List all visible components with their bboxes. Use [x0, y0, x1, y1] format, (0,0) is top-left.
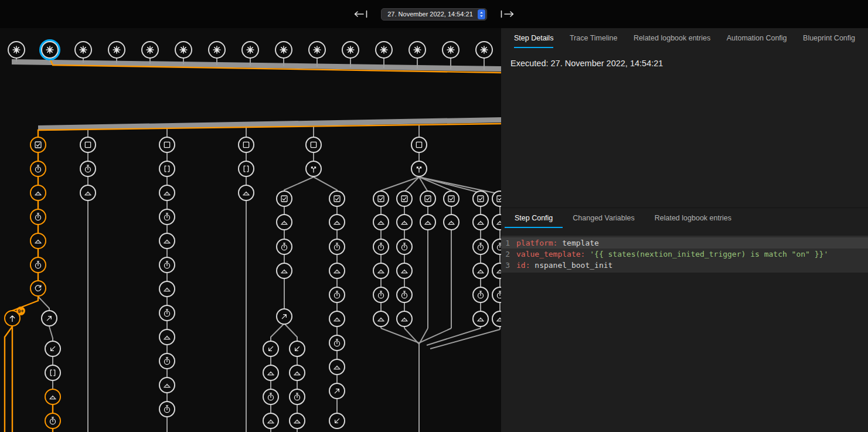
graph-node-service[interactable] [492, 311, 501, 327]
graph-node-cond[interactable] [329, 191, 345, 207]
graph-node-timer[interactable] [492, 287, 501, 303]
graph-node-service[interactable] [329, 263, 345, 279]
graph-node-service[interactable] [159, 377, 175, 393]
graph-node-service[interactable] [420, 214, 436, 230]
graph-node-timer[interactable] [396, 239, 413, 255]
graph-node-cond_empty[interactable] [80, 137, 96, 153]
trace-selector[interactable]: 27. November 2022, 14:54:21 [381, 8, 487, 21]
graph-node-upright[interactable] [329, 383, 345, 399]
graph-node-cond[interactable] [443, 191, 459, 207]
graph-node-brackets[interactable] [45, 365, 61, 381]
graph-node-cond[interactable] [373, 191, 389, 207]
graph-node-cond_empty[interactable] [305, 137, 322, 153]
graph-node-timer[interactable] [329, 239, 345, 255]
graph-node-timer[interactable] [373, 287, 389, 303]
graph-node-service[interactable] [30, 185, 46, 201]
graph-node-trigger[interactable] [308, 41, 326, 59]
graph-node-timer[interactable] [159, 257, 175, 273]
graph-node-service[interactable] [396, 311, 413, 327]
graph-node-service[interactable] [329, 311, 345, 327]
graph-node-trigger[interactable] [375, 41, 393, 59]
graph-node-service[interactable] [159, 185, 175, 201]
graph-node-service[interactable] [276, 214, 292, 230]
graph-node-service[interactable] [289, 365, 305, 381]
graph-node-downleft[interactable] [45, 341, 61, 357]
graph-node-downleft[interactable] [329, 413, 345, 429]
graph-node-brackets[interactable] [159, 161, 175, 177]
graph-node-service[interactable] [263, 413, 279, 429]
graph-node-service[interactable] [373, 214, 389, 230]
graph-node-upright[interactable] [41, 310, 57, 326]
graph-node-timer[interactable] [492, 239, 501, 255]
graph-node-service[interactable] [263, 365, 279, 381]
graph-node-service[interactable] [396, 214, 413, 230]
graph-node-trigger[interactable] [275, 41, 292, 59]
tab-related-logbook-entries[interactable]: Related logbook entries [634, 28, 710, 48]
graph-node-downleft[interactable] [263, 341, 279, 357]
previous-trace-button[interactable] [352, 8, 370, 21]
graph-node-repeat[interactable] [30, 280, 46, 297]
graph-node-timer[interactable] [159, 305, 175, 321]
graph-node-service[interactable] [373, 263, 389, 279]
graph-node-trigger[interactable] [442, 41, 459, 59]
graph-node-service[interactable] [80, 185, 96, 201]
graph-node-cond_empty[interactable] [159, 137, 175, 153]
graph-node-timer[interactable] [276, 239, 292, 255]
graph-node-timer[interactable] [159, 353, 175, 369]
graph-node-service[interactable] [443, 214, 459, 230]
graph-node-timer[interactable] [263, 389, 279, 405]
graph-node-timer[interactable] [472, 239, 489, 255]
graph-node-cond[interactable] [396, 191, 413, 207]
graph-node-choose[interactable] [305, 161, 322, 177]
graph-node-timer[interactable] [159, 401, 175, 417]
graph-node-cond_empty[interactable] [411, 137, 427, 153]
graph-node-cond[interactable] [30, 137, 46, 153]
tab-trace-timeline[interactable]: Trace Timeline [570, 28, 618, 48]
graph-node-timer[interactable] [373, 239, 389, 255]
tab-related-logbook-entries[interactable]: Related logbook entries [645, 208, 741, 228]
graph-node-service[interactable] [329, 359, 345, 375]
graph-node-service[interactable] [159, 329, 175, 345]
graph-node-timer[interactable] [329, 335, 345, 351]
graph-node-cond[interactable] [276, 191, 292, 207]
graph-node-trigger[interactable] [409, 41, 426, 59]
graph-node-trigger[interactable] [41, 41, 59, 59]
graph-node-service[interactable] [472, 214, 489, 230]
graph-node-service[interactable] [373, 311, 389, 327]
graph-node-service[interactable] [30, 233, 46, 249]
graph-node-service[interactable] [396, 263, 413, 279]
graph-node-timer[interactable] [30, 257, 46, 273]
graph-node-trigger[interactable] [475, 41, 493, 59]
graph-node-timer[interactable] [45, 413, 61, 429]
graph-node-brackets[interactable] [238, 161, 254, 177]
graph-node-service[interactable] [472, 311, 489, 327]
graph-node-trigger[interactable] [342, 41, 359, 59]
graph-node-service[interactable] [276, 263, 292, 279]
graph-node-cond_empty[interactable] [238, 137, 254, 153]
graph-node-downleft[interactable] [289, 341, 305, 357]
graph-node-timer[interactable] [30, 209, 46, 225]
graph-node-timer[interactable] [396, 287, 413, 303]
graph-node-up[interactable]: 9+ [4, 310, 21, 326]
graph-node-service[interactable] [238, 185, 254, 201]
graph-node-timer[interactable] [80, 161, 96, 177]
graph-node-cond[interactable] [472, 191, 489, 207]
graph-node-service[interactable] [492, 263, 501, 279]
graph-node-timer[interactable] [329, 287, 345, 303]
graph-node-cond[interactable] [492, 191, 501, 207]
graph-node-trigger[interactable] [208, 41, 226, 59]
graph-node-choose[interactable] [411, 161, 427, 177]
graph-node-trigger[interactable] [141, 41, 159, 59]
graph-node-trigger[interactable] [241, 41, 259, 59]
graph-node-trigger[interactable] [74, 41, 92, 59]
graph-node-timer[interactable] [472, 287, 489, 303]
tab-step-details[interactable]: Step Details [514, 28, 553, 48]
graph-node-trigger[interactable] [175, 41, 192, 59]
tab-automation-config[interactable]: Automation Config [727, 28, 787, 48]
graph-node-service[interactable] [159, 281, 175, 297]
graph-node-trigger[interactable] [8, 41, 25, 59]
graph-node-cond[interactable] [420, 191, 436, 207]
graph-node-service[interactable] [492, 214, 501, 230]
graph-node-service[interactable] [472, 263, 489, 279]
tab-blueprint-config[interactable]: Blueprint Config [803, 28, 855, 48]
